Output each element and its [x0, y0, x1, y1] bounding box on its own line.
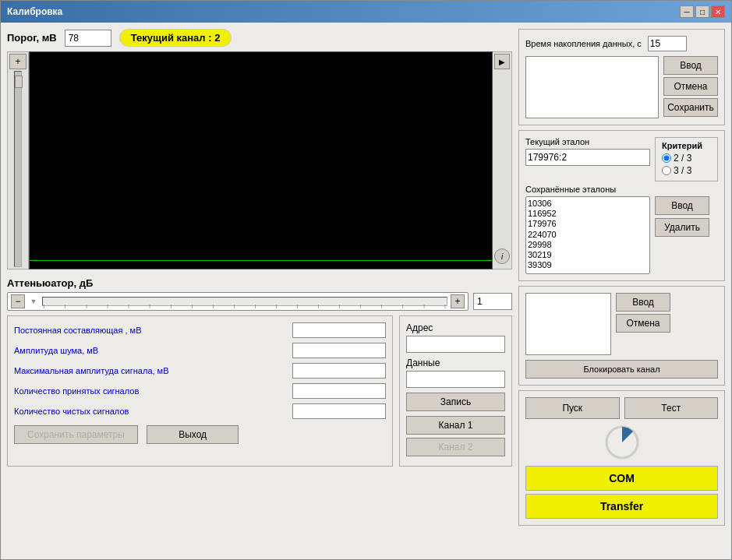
address-input[interactable]	[406, 336, 505, 353]
udalit-button[interactable]: Удалить	[655, 218, 709, 237]
dc-label: Постоянная составляющая , мВ	[14, 326, 286, 335]
clean-label: Количество чистых сигналов	[14, 407, 286, 416]
time-section: Время накопления данных, с Ввод Отмена С…	[518, 29, 725, 125]
received-input[interactable]	[292, 383, 386, 399]
noise-row: Амплитуда шума, мВ	[14, 343, 386, 358]
channel2-button[interactable]: Канал 2	[406, 438, 505, 456]
criteria-box: Критерий 2 / 3 3 / 3	[655, 137, 718, 181]
close-button[interactable]: ✕	[711, 5, 725, 18]
otmena-button[interactable]: Отмена	[663, 77, 718, 96]
maximize-button[interactable]: □	[695, 5, 709, 18]
stored-row: 10306 116952 179976 224070 29998 30219 3…	[525, 196, 718, 274]
com-button[interactable]: COM	[525, 466, 718, 491]
dc-input[interactable]	[292, 322, 386, 338]
criteria-3-3-label: 3 / 3	[674, 165, 691, 176]
max-amp-label: Максимальная амплитуда сигнала, мВ	[14, 366, 286, 375]
clean-input[interactable]	[292, 403, 386, 419]
time-label: Время накопления данных, с	[525, 39, 642, 48]
mid-row: Ввод Отмена	[525, 293, 718, 355]
tick18: |	[402, 304, 404, 308]
vvod-button[interactable]: Ввод	[663, 56, 718, 75]
vvod3-button[interactable]: Ввод	[616, 293, 670, 312]
clean-row: Количество чистых сигналов	[14, 403, 386, 419]
criteria-2-3-label: 2 / 3	[674, 153, 691, 164]
time-row: Время накопления данных, с	[525, 36, 718, 51]
vert-up-button[interactable]: +	[9, 54, 27, 69]
otmena3-button[interactable]: Отмена	[616, 314, 670, 333]
data-input[interactable]	[406, 371, 505, 388]
attenuator-row: − ▼ | | | | | | | |	[7, 292, 512, 311]
tick10: |	[234, 304, 235, 308]
noise-input[interactable]	[292, 343, 386, 358]
stored-etalons-list[interactable]: 10306 116952 179976 224070 29998 30219 3…	[525, 196, 650, 274]
max-amp-row: Максимальная амплитуда сигнала, мВ	[14, 363, 386, 379]
list-item[interactable]: 179976	[528, 219, 648, 229]
attenuator-slider-container: − ▼ | | | | | | | |	[7, 292, 469, 311]
threshold-input[interactable]	[65, 30, 111, 47]
stored-etalons-label: Сохранённые эталоны	[525, 185, 718, 194]
criteria-2-3-row: 2 / 3	[662, 153, 711, 164]
list-item[interactable]: 39309	[528, 260, 648, 270]
mid-buttons: Ввод Отмена	[616, 293, 670, 355]
list-item[interactable]: 224070	[528, 230, 648, 240]
attenuator-minus-button[interactable]: −	[11, 294, 25, 308]
threshold-label: Порог, мВ	[7, 32, 57, 44]
pusk-row: Пуск Тест	[525, 397, 718, 419]
pusk-button[interactable]: Пуск	[525, 397, 620, 419]
data-label: Данные	[406, 357, 505, 368]
max-amp-input[interactable]	[292, 363, 386, 379]
spinner-icon	[603, 424, 641, 461]
vert-slider[interactable]: +	[7, 51, 29, 269]
vert-thumb[interactable]	[15, 76, 23, 88]
criteria-2-3-radio[interactable]	[662, 153, 671, 163]
etalon-section: Текущий эталон Критерий 2 / 3 3 / 3	[518, 130, 725, 281]
channel1-button[interactable]: Канал 1	[406, 416, 505, 435]
block-channel-button[interactable]: Блокировать канал	[525, 360, 718, 379]
tick9: |	[213, 304, 214, 308]
list-item[interactable]: 30219	[528, 250, 648, 260]
data-display-area	[525, 56, 659, 118]
titlebar: Калибровка ─ □ ✕	[1, 1, 731, 23]
received-row: Количество принятых сигналов	[14, 383, 386, 399]
list-item[interactable]: 29998	[528, 240, 648, 250]
attenuator-track[interactable]: | | | | | | | | | | | |	[42, 297, 447, 306]
list-item[interactable]: 116952	[528, 209, 648, 219]
transfer-button[interactable]: Transfer	[525, 494, 718, 519]
main-window: Калибровка ─ □ ✕ Порог, мВ Текущий канал…	[0, 0, 732, 560]
etalon-left: Текущий эталон	[525, 137, 650, 169]
tick12: |	[276, 304, 278, 308]
stats-panel: Постоянная составляющая , мВ Амплитуда ш…	[7, 315, 393, 467]
tick14: |	[318, 304, 320, 308]
minimize-button[interactable]: ─	[680, 5, 694, 18]
address-label: Адрес	[406, 322, 505, 333]
attenuator-value-input[interactable]	[473, 293, 512, 310]
test-button[interactable]: Тест	[624, 397, 719, 419]
textarea-row: Ввод Отмена Сохранить	[525, 56, 718, 118]
mid-section: Ввод Отмена Блокировать канал	[518, 286, 725, 386]
oscilloscope-area: + ▶ i	[7, 51, 512, 269]
criteria-3-3-radio[interactable]	[662, 166, 671, 175]
time-input[interactable]	[648, 36, 687, 51]
save-params-button[interactable]: Сохранить параметры	[14, 425, 138, 444]
current-etalon-input[interactable]	[525, 149, 650, 166]
tick16: |	[360, 304, 362, 308]
sohranit-button[interactable]: Сохранить	[663, 98, 718, 117]
criteria-3-3-row: 3 / 3	[662, 165, 711, 176]
tick13: |	[297, 304, 299, 308]
attenuator-down-icon: ▼	[28, 296, 39, 307]
bottom-section: Постоянная составляющая , мВ Амплитуда ш…	[7, 315, 512, 467]
left-panel: Порог, мВ Текущий канал : 2 +	[7, 29, 512, 553]
oscilloscope-canvas	[29, 51, 493, 269]
write-button[interactable]: Запись	[406, 393, 505, 411]
side-buttons: ▶ i	[493, 51, 512, 269]
list-item[interactable]: 10306	[528, 199, 648, 209]
attenuator-plus-button[interactable]: +	[451, 294, 465, 308]
noise-label: Амплитуда шума, мВ	[14, 346, 286, 355]
tick20: |	[444, 304, 446, 308]
vvod2-button[interactable]: Ввод	[655, 196, 709, 215]
vert-track[interactable]	[14, 71, 22, 267]
dc-row: Постоянная составляющая , мВ	[14, 322, 386, 338]
exit-button[interactable]: Выход	[147, 425, 239, 444]
side-info-button[interactable]: i	[494, 248, 510, 264]
side-arrow-button[interactable]: ▶	[494, 54, 510, 69]
